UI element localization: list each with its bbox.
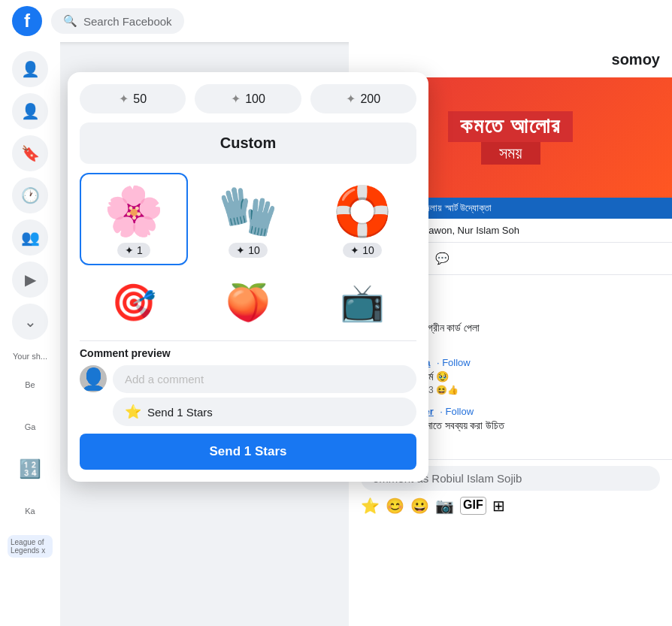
send-stars-label: Send 1 Stars [147, 406, 213, 419]
sidebar-item-ga[interactable]: Ga [12, 409, 48, 445]
custom-button[interactable]: Custom [80, 122, 416, 164]
sticker-tv[interactable]: 📺 [308, 271, 416, 331]
emoji2-icon[interactable]: 😀 [410, 497, 429, 515]
sidebar-item-be[interactable]: Be [12, 367, 48, 403]
sidebar-label-yourshortcuts: Your sh... [13, 352, 47, 361]
quick-star-amounts: ✦ 50 ✦ 100 ✦ 200 [80, 84, 416, 113]
gloves-count: ✦ 10 [229, 243, 268, 258]
star-icon-200: ✦ [346, 92, 356, 106]
send-button-label: Send 1 Stars [210, 444, 287, 458]
comment-icon: 💬 [435, 252, 450, 265]
flower-emoji: 🌸 [104, 183, 164, 240]
sidebar-item-topup[interactable]: 🔢 [12, 451, 48, 487]
send-stars-row: ⭐ Send 1 Stars [113, 398, 416, 426]
follow-button[interactable]: · Follow [437, 357, 471, 368]
divider [80, 340, 416, 341]
sticker-gloves[interactable]: 🧤 ✦ 10 [194, 173, 302, 265]
lifebuoy-star-icon: ✦ [350, 244, 359, 256]
stars-50-label: 50 [133, 92, 147, 106]
comment-preview-inner: 👤 Add a comment ⭐ Send 1 Stars [80, 365, 416, 426]
follow-button[interactable]: · Follow [440, 406, 474, 417]
star-icon-50: ✦ [119, 92, 129, 106]
flower-count: ✦ 1 [117, 243, 150, 258]
search-icon: 🔍 [63, 14, 77, 28]
send-stars-button[interactable]: Send 1 Stars [80, 434, 416, 470]
comment-preview-section: Comment preview 👤 Add a comment ⭐ Send 1… [80, 347, 416, 426]
gloves-emoji: 🧤 [218, 183, 278, 240]
sidebar-item-profile[interactable]: 👤 [12, 51, 48, 87]
camera-icon[interactable]: 📷 [435, 497, 454, 515]
sidebar-item-friends[interactable]: 👤 [12, 93, 48, 129]
stars-50-button[interactable]: ✦ 50 [80, 84, 186, 113]
stars-100-button[interactable]: ✦ 100 [195, 84, 301, 113]
sidebar-item-bookmark[interactable]: 🔖 [12, 135, 48, 171]
sticker-icon[interactable]: ⊞ [492, 497, 505, 515]
target-emoji: 🎯 [111, 282, 156, 324]
sticker-peach[interactable]: 🍑 [194, 271, 302, 331]
sidebar-item-video[interactable]: ▶ [12, 262, 48, 298]
stars-100-label: 100 [245, 92, 265, 106]
sidebar-item-league[interactable]: League of Legends x [8, 535, 53, 558]
sticker-flower[interactable]: 🌸 ✦ 1 [80, 173, 188, 265]
user-avatar: 👤 [80, 365, 107, 392]
sidebar-item-ka[interactable]: Ka [12, 493, 48, 529]
yellow-star-icon: ⭐ [125, 404, 141, 420]
lifebuoy-count: ✦ 10 [343, 243, 382, 258]
sticker-target[interactable]: 🎯 [80, 271, 188, 331]
comment-preview-label: Comment preview [80, 347, 416, 359]
star-icon[interactable]: ⭐ [361, 497, 380, 515]
sidebar-item-groups[interactable]: 👥 [12, 219, 48, 256]
emoji-icon[interactable]: 😊 [386, 497, 404, 515]
sidebar-item-clock[interactable]: 🕐 [12, 177, 48, 213]
post-image-text1: কমতে আলোর [448, 111, 574, 142]
left-sidebar: 👤 👤 🔖 🕐 👥 ▶ ⌄ Your sh... Be Ga 🔢 Ka Leag… [0, 42, 60, 626]
comment-preview-inputs: Add a comment ⭐ Send 1 Stars [113, 365, 416, 426]
gloves-star-icon: ✦ [236, 244, 245, 256]
stars-panel[interactable]: ✦ 50 ✦ 100 ✦ 200 Custom � [68, 72, 428, 482]
sticker-lifebuoy[interactable]: 🛟 ✦ 10 [308, 173, 416, 265]
facebook-logo: f [12, 6, 42, 36]
tv-emoji: 📺 [340, 282, 385, 324]
gif-icon[interactable]: GIF [460, 497, 486, 515]
stars-200-label: 200 [360, 92, 380, 106]
add-comment-field[interactable]: Add a comment [113, 365, 416, 393]
post-image-text2: সময় [481, 142, 540, 165]
search-bar[interactable]: 🔍 Search Facebook [51, 8, 184, 34]
peach-emoji: 🍑 [226, 282, 271, 324]
comment-button[interactable]: 💬 [426, 246, 459, 271]
flower-star-icon: ✦ [125, 244, 134, 256]
sticker-grid: 🌸 ✦ 1 🧤 ✦ 10 🛟 [80, 173, 416, 331]
search-placeholder: Search Facebook [83, 15, 172, 28]
star-icon-100: ✦ [231, 92, 241, 106]
custom-label: Custom [220, 135, 276, 151]
stars-200-button[interactable]: ✦ 200 [310, 84, 416, 113]
bottom-icons: ⭐ 😊 😀 📷 GIF ⊞ [349, 497, 672, 515]
topbar: f 🔍 Search Facebook [0, 0, 672, 42]
lifebuoy-emoji: 🛟 [332, 183, 392, 240]
sidebar-item-more[interactable]: ⌄ [12, 304, 48, 340]
